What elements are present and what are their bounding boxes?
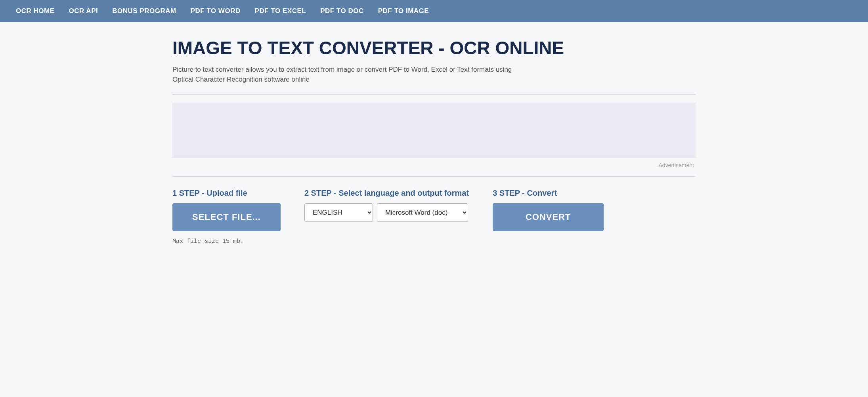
steps-row: 1 STEP - Upload file SELECT FILE... Max … bbox=[172, 189, 696, 245]
step1-label: 1 STEP - Upload file bbox=[172, 189, 281, 198]
nav-pdf-to-word[interactable]: PDF TO WORD bbox=[191, 7, 241, 15]
nav-pdf-to-image[interactable]: PDF TO IMAGE bbox=[378, 7, 429, 15]
page-subtitle: Picture to text converter allows you to … bbox=[172, 65, 529, 85]
max-file-text: Max file size 15 mb. bbox=[172, 238, 281, 245]
language-select[interactable]: ENGLISH FRENCH GERMAN SPANISH ITALIAN PO… bbox=[304, 203, 373, 222]
step2-label: 2 STEP - Select language and output form… bbox=[304, 189, 469, 198]
nav-pdf-to-excel[interactable]: PDF TO EXCEL bbox=[255, 7, 306, 15]
step3-label: 3 STEP - Convert bbox=[493, 189, 604, 198]
title-divider bbox=[172, 94, 696, 95]
format-select[interactable]: Microsoft Word (doc) Microsoft Excel (xl… bbox=[377, 203, 468, 222]
main-container: IMAGE TO TEXT CONVERTER - OCR ONLINE Pic… bbox=[157, 22, 711, 269]
ad-area bbox=[172, 103, 696, 158]
selects-row: ENGLISH FRENCH GERMAN SPANISH ITALIAN PO… bbox=[304, 203, 469, 222]
ad-label: Advertisement bbox=[172, 162, 696, 168]
select-file-button[interactable]: SELECT FILE... bbox=[172, 203, 281, 231]
convert-button[interactable]: CONVERT bbox=[493, 203, 604, 231]
nav-bonus-program[interactable]: BONUS PROGRAM bbox=[112, 7, 176, 15]
main-nav: OCR HOME OCR API BONUS PROGRAM PDF TO WO… bbox=[0, 0, 868, 22]
step1-block: 1 STEP - Upload file SELECT FILE... Max … bbox=[172, 189, 281, 245]
step3-block: 3 STEP - Convert CONVERT bbox=[493, 189, 604, 231]
steps-divider bbox=[172, 176, 696, 177]
nav-ocr-home[interactable]: OCR HOME bbox=[16, 7, 55, 15]
step2-block: 2 STEP - Select language and output form… bbox=[304, 189, 469, 222]
page-title: IMAGE TO TEXT CONVERTER - OCR ONLINE bbox=[172, 38, 696, 58]
nav-pdf-to-doc[interactable]: PDF TO DOC bbox=[320, 7, 364, 15]
nav-ocr-api[interactable]: OCR API bbox=[69, 7, 98, 15]
